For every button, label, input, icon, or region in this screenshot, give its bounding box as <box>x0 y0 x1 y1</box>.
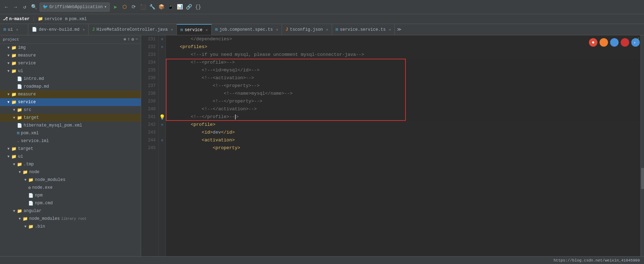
vertical-scrollbar[interactable] <box>640 35 644 256</box>
tree-item-angular-node-modules[interactable]: ▼ 📁 node_modules library root <box>0 215 141 223</box>
refresh-button[interactable]: ↺ <box>21 4 28 11</box>
tree-arrow-target1: ▼ <box>11 116 17 120</box>
tree-item-node[interactable]: ▼ 📁 node <box>0 168 141 176</box>
link-icon[interactable]: 🔗 <box>185 4 192 11</box>
tree-item-tmp[interactable]: ▼ 📁 .tmp <box>0 160 141 168</box>
tree-item-ui1[interactable]: ▼ 📁 ui <box>0 67 141 75</box>
code-icon[interactable]: {} <box>194 4 201 11</box>
close-tab-hive[interactable]: ✕ <box>171 28 173 32</box>
project-name: GriffinWebApplication <box>49 5 103 10</box>
tree-item-measure2[interactable]: ▼ 📁 measure <box>0 90 141 98</box>
sort-icon[interactable]: ↕ <box>127 37 130 42</box>
tree-item-npm[interactable]: 📄 npm <box>0 192 141 199</box>
tree-arrow-src: ▼ <box>11 108 17 112</box>
tab-ui[interactable]: m ui ✕ <box>0 24 28 35</box>
tree-arrow-ui1: ▼ <box>6 69 11 73</box>
file-icon-roadmap: 📄 <box>17 84 22 89</box>
tree-item-target1[interactable]: ▼ 📁 target <box>0 114 141 122</box>
analytics-icon[interactable]: 📊 <box>176 4 183 11</box>
code-line-242: <profile> <box>169 121 644 129</box>
tree-item-bin[interactable]: ▼ 📁 .bin <box>0 223 141 230</box>
tree-item-ui2[interactable]: ▼ 📁 ui <box>0 153 141 160</box>
tree-item-serviceiml[interactable]: . service.iml <box>0 137 141 145</box>
fold-indicator-244[interactable]: ⊖ <box>159 136 165 144</box>
tree-item-intro[interactable]: 📄 intro.md <box>0 75 141 83</box>
tab-label-job: job.component.spec.ts <box>219 27 273 32</box>
sidebar-item-pomxml[interactable]: m pom.xml <box>65 17 87 22</box>
tree-item-hibernate[interactable]: 📄 hibernate_mysql_pom.xml <box>0 122 141 129</box>
tree-arrow-angular: ▼ <box>11 209 17 213</box>
forward-button[interactable]: → <box>12 4 19 11</box>
tree-item-service2[interactable]: ▼ 📁 service <box>0 98 141 106</box>
close-tab-dev[interactable]: ✕ <box>83 28 85 32</box>
code-editor[interactable]: </dependencies> <profiles> <!--if you ne… <box>166 35 644 264</box>
file-icon-npmcmd: 📄 <box>28 201 34 206</box>
tree-item-pomxml[interactable]: m pom.xml <box>0 129 141 137</box>
search-icon[interactable]: 🔍 <box>30 4 37 11</box>
folder-icon-bin: 📁 <box>28 224 34 229</box>
code-line-241: <!--</profile>--> <box>169 113 644 121</box>
fold-indicator-242[interactable]: ⊖ <box>159 121 165 129</box>
tab-service-service[interactable]: m service.service.ts ✕ <box>332 24 395 35</box>
tab-tsconfig[interactable]: J tsconfig.json ✕ <box>282 24 332 35</box>
pomxml-label: pom.xml <box>69 17 86 22</box>
fold-indicator-232[interactable]: ⊖ <box>159 43 165 51</box>
close-tab-serviceservice[interactable]: ✕ <box>389 28 391 32</box>
collapse-icon[interactable]: − <box>136 37 138 42</box>
gutter-237 <box>159 82 165 90</box>
tree-item-roadmap[interactable]: 📄 roadmap.md <box>0 83 141 90</box>
tree-item-target2[interactable]: ▼ 📁 target <box>0 145 141 153</box>
branch-indicator[interactable]: ⎇ n-master <box>3 16 30 22</box>
tree-item-service1[interactable]: ▼ 📁 service <box>0 59 141 67</box>
folder-icon-target1: 📁 <box>17 115 22 121</box>
tree-item-img[interactable]: ▼ 📁 img <box>0 44 141 52</box>
tree-item-node-modules[interactable]: ▼ 📁 node_modules <box>0 176 141 184</box>
sidebar-header-icons: ⊕ ↕ ⚙ − <box>124 37 138 42</box>
folder-icon-ui2: 📁 <box>11 154 17 159</box>
folder-icon-img: 📁 <box>11 45 17 51</box>
tree-arrow-node-modules: ▼ <box>23 178 28 182</box>
tab-job-component-spec[interactable]: m job.component.spec.ts ✕ <box>212 24 282 35</box>
package-icon[interactable]: 📦 <box>158 4 165 11</box>
gutter-235 <box>159 66 165 74</box>
project-icon: 🐦 <box>43 4 48 10</box>
tree-item-measure1[interactable]: ▼ 📁 measure <box>0 52 141 59</box>
add-icon[interactable]: ⊕ <box>124 37 126 42</box>
tab-icon-serviceservice: m <box>336 27 338 32</box>
reload-icon[interactable]: ⟳ <box>130 4 137 11</box>
folder-icon-tmp: 📁 <box>17 162 22 167</box>
folder-icon-service1: 📁 <box>11 61 17 66</box>
tab-dev-env-build[interactable]: 📄 dev-env-build.md ✕ <box>28 24 89 35</box>
lightbulb-241[interactable]: 💡 <box>159 113 165 121</box>
tree-item-src[interactable]: ▼ 📁 src <box>0 106 141 114</box>
tab-hivemetastorecontroller[interactable]: J HiveMetaStoreController.java ✕ <box>89 24 177 35</box>
close-tab-service[interactable]: ✕ <box>206 28 208 32</box>
tree-item-nodeexe[interactable]: ⚙ node.exe <box>0 184 141 192</box>
run-button[interactable]: ▶ <box>112 4 119 11</box>
close-tab-job[interactable]: ✕ <box>276 28 278 32</box>
device-icon[interactable]: 📱 <box>167 4 174 11</box>
tab-overflow-button[interactable]: ≫ <box>395 24 404 35</box>
build-icon[interactable]: ⬡ <box>121 4 128 11</box>
project-selector[interactable]: 🐦 GriffinWebApplication ▾ <box>40 2 110 12</box>
stop-button[interactable]: ⬛ <box>139 4 146 11</box>
tree-item-angular[interactable]: ▼ 📁 angular <box>0 207 141 215</box>
file-icon: m <box>65 17 67 22</box>
back-button[interactable]: ← <box>3 4 10 11</box>
tree-item-npmcmd[interactable]: 📄 npm.cmd <box>0 199 141 207</box>
dropdown-arrow: ▾ <box>104 4 107 10</box>
fold-indicator-231[interactable]: ⊖ <box>159 35 165 43</box>
service-label: service <box>44 17 62 22</box>
code-container[interactable]: 231 232 233 234 235 236 237 238 239 240 … <box>141 35 644 264</box>
code-line-244: <activation> <box>169 136 644 144</box>
close-tab-tsconfig[interactable]: ✕ <box>326 28 328 32</box>
settings-icon[interactable]: 🔧 <box>149 4 156 11</box>
tab-icon-job: m <box>215 27 218 32</box>
gear-icon[interactable]: ⚙ <box>132 37 134 42</box>
sidebar-item-service[interactable]: 📁 service <box>38 16 62 22</box>
tab-service[interactable]: m service ✕ <box>177 24 212 35</box>
line-numbers: 231 232 233 234 235 236 237 238 239 240 … <box>141 35 159 264</box>
close-tab-ui[interactable]: ✕ <box>16 28 18 32</box>
scrollbar-thumb[interactable] <box>641 168 644 189</box>
tab-label-tsconfig: tsconfig.json <box>290 27 323 32</box>
